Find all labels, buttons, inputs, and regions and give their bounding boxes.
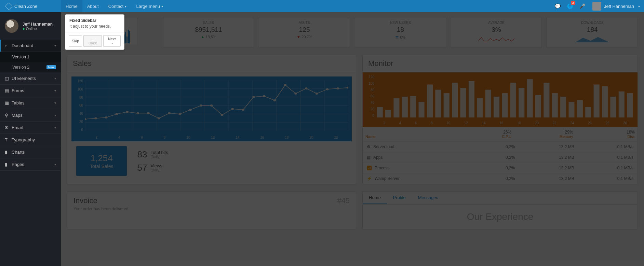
sidebar-item-dashboard[interactable]: ⌂Dashboard▾ — [0, 40, 61, 52]
profile-status: Online — [23, 27, 53, 31]
next-button[interactable]: Next → — [103, 35, 121, 47]
globe-icon[interactable]: 🌐2 — [564, 0, 576, 12]
chevron-down-icon: ▾ — [638, 4, 640, 8]
home-icon: ⌂ — [5, 43, 12, 48]
new-badge: New — [46, 65, 56, 69]
mic-icon[interactable]: 🎤 — [576, 0, 588, 12]
sidebar-subitem-v1[interactable]: Version 1 — [0, 52, 61, 62]
sidebar-item-tables[interactable]: ▦Tables▾ — [0, 97, 61, 109]
sidebar-item-maps[interactable]: ⚲Maps▾ — [0, 109, 61, 122]
chevron-down-icon: ▾ — [54, 101, 56, 105]
sidebar-item-email[interactable]: ✉Email▾ — [0, 122, 61, 134]
topnav-home[interactable]: Home — [61, 0, 82, 12]
topbar-user[interactable]: Jeff Hanneman ▾ — [588, 2, 644, 11]
avatar-icon — [592, 2, 601, 11]
sidebar-item-forms[interactable]: ▤Forms▾ — [0, 85, 61, 97]
mail-icon: ✉ — [5, 125, 12, 130]
topnav-large[interactable]: Large menu▾ — [131, 0, 167, 12]
notif-badge: 2 — [571, 1, 575, 5]
sidebar-item-charts[interactable]: ▮Charts — [0, 146, 61, 158]
chat-icon[interactable]: 💬 — [551, 0, 564, 12]
brand-logo[interactable]: Clean Zone — [0, 0, 61, 12]
tour-popover: Fixed Sidebar It adjust to your needs. S… — [65, 14, 124, 50]
chevron-down-icon: ▾ — [54, 89, 56, 93]
sidebar-item-pages[interactable]: ▮Pages▾ — [0, 158, 61, 171]
sidebar-item-ui[interactable]: ◫UI Elements▾ — [0, 72, 61, 85]
logo-icon — [5, 2, 13, 10]
sidebar-subitem-v2[interactable]: Version 2New — [0, 62, 61, 72]
skip-button[interactable]: Skip — [69, 35, 82, 47]
chevron-down-icon: ▾ — [54, 113, 56, 117]
chart-icon: ▮ — [5, 150, 12, 155]
form-icon: ▤ — [5, 88, 12, 93]
profile-block: Jeff Hanneman Online — [0, 12, 61, 40]
sidebar-item-typo[interactable]: TTypography — [0, 134, 61, 146]
back-button[interactable]: ← Back — [83, 35, 102, 47]
sidebar: Clean Zone Jeff Hanneman Online ⌂Dashboa… — [0, 0, 61, 266]
chevron-down-icon: ▾ — [54, 76, 56, 80]
type-icon: T — [5, 137, 12, 142]
chevron-down-icon: ▾ — [161, 4, 163, 8]
page-icon: ▮ — [5, 162, 12, 167]
brand-name: Clean Zone — [14, 4, 37, 9]
avatar[interactable] — [5, 19, 18, 33]
pin-icon: ⚲ — [5, 113, 12, 118]
chevron-down-icon: ▾ — [125, 4, 126, 8]
topnav-contact[interactable]: Contact▾ — [104, 0, 132, 12]
profile-name: Jeff Hanneman — [23, 22, 53, 27]
chevron-down-icon: ▾ — [54, 44, 56, 47]
popover-title: Fixed Sidebar — [69, 18, 120, 23]
topnav-about[interactable]: About — [82, 0, 104, 12]
tour-overlay[interactable] — [61, 12, 644, 266]
chevron-down-icon: ▾ — [54, 126, 56, 129]
table-icon: ▦ — [5, 100, 12, 106]
grid-icon: ◫ — [5, 76, 12, 81]
chevron-down-icon: ▾ — [54, 163, 56, 166]
popover-text: It adjust to your needs. — [69, 24, 120, 29]
